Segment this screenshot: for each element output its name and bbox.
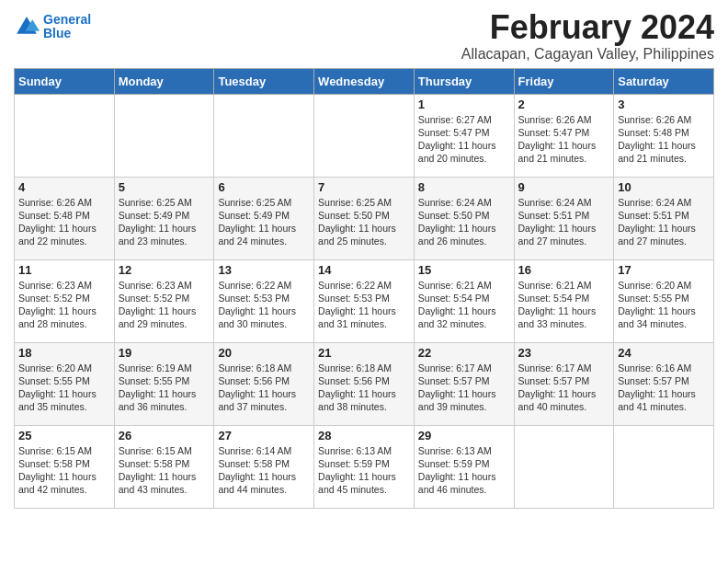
calendar-cell [214, 94, 314, 177]
day-number: 27 [218, 429, 310, 442]
page-header: General Blue February 2024 Allacapan, Ca… [14, 9, 714, 63]
day-info: Sunrise: 6:24 AMSunset: 5:51 PMDaylight:… [618, 196, 710, 248]
day-info: Sunrise: 6:18 AMSunset: 5:56 PMDaylight:… [318, 362, 410, 414]
day-number: 16 [518, 263, 610, 277]
day-info: Sunrise: 6:24 AMSunset: 5:51 PMDaylight:… [518, 196, 610, 248]
calendar-cell: 23Sunrise: 6:17 AMSunset: 5:57 PMDayligh… [514, 342, 614, 425]
day-number: 23 [518, 346, 610, 360]
calendar-cell: 21Sunrise: 6:18 AMSunset: 5:56 PMDayligh… [314, 342, 415, 425]
weekday-header-sunday: Sunday [15, 68, 115, 94]
calendar-cell: 12Sunrise: 6:23 AMSunset: 5:52 PMDayligh… [114, 259, 214, 342]
week-row-1: 1Sunrise: 6:27 AMSunset: 5:47 PMDaylight… [15, 94, 714, 177]
day-info: Sunrise: 6:17 AMSunset: 5:57 PMDaylight:… [418, 362, 510, 414]
day-info: Sunrise: 6:21 AMSunset: 5:54 PMDaylight:… [418, 279, 510, 331]
day-info: Sunrise: 6:17 AMSunset: 5:57 PMDaylight:… [518, 362, 610, 414]
calendar-cell: 11Sunrise: 6:23 AMSunset: 5:52 PMDayligh… [15, 259, 115, 342]
week-row-2: 4Sunrise: 6:26 AMSunset: 5:48 PMDaylight… [15, 177, 714, 259]
calendar-cell [114, 94, 214, 177]
day-number: 7 [318, 180, 410, 194]
calendar-cell: 16Sunrise: 6:21 AMSunset: 5:54 PMDayligh… [514, 259, 614, 342]
day-info: Sunrise: 6:27 AMSunset: 5:47 PMDaylight:… [418, 113, 510, 166]
calendar-cell: 15Sunrise: 6:21 AMSunset: 5:54 PMDayligh… [414, 259, 514, 342]
weekday-header-thursday: Thursday [414, 68, 514, 94]
calendar-cell: 9Sunrise: 6:24 AMSunset: 5:51 PMDaylight… [514, 177, 614, 259]
logo-icon [14, 14, 40, 40]
day-info: Sunrise: 6:19 AMSunset: 5:55 PMDaylight:… [119, 362, 210, 414]
day-info: Sunrise: 6:15 AMSunset: 5:58 PMDaylight:… [18, 444, 110, 497]
day-number: 22 [418, 346, 510, 360]
day-info: Sunrise: 6:14 AMSunset: 5:58 PMDaylight:… [218, 444, 310, 497]
weekday-header-monday: Monday [114, 68, 214, 94]
weekday-header-friday: Friday [514, 68, 614, 94]
day-number: 6 [218, 180, 310, 194]
week-row-4: 18Sunrise: 6:20 AMSunset: 5:55 PMDayligh… [15, 342, 714, 425]
subtitle: Allacapan, Cagayan Valley, Philippines [461, 46, 714, 63]
weekday-header-wednesday: Wednesday [314, 68, 415, 94]
calendar-cell: 5Sunrise: 6:25 AMSunset: 5:49 PMDaylight… [114, 177, 214, 259]
calendar-cell: 27Sunrise: 6:14 AMSunset: 5:58 PMDayligh… [214, 425, 314, 508]
day-number: 17 [618, 263, 710, 277]
day-number: 14 [318, 263, 410, 277]
day-info: Sunrise: 6:16 AMSunset: 5:57 PMDaylight:… [618, 362, 710, 414]
day-number: 20 [218, 346, 310, 360]
day-info: Sunrise: 6:23 AMSunset: 5:52 PMDaylight:… [119, 279, 210, 331]
day-info: Sunrise: 6:15 AMSunset: 5:58 PMDaylight:… [119, 444, 210, 497]
calendar-cell: 26Sunrise: 6:15 AMSunset: 5:58 PMDayligh… [114, 425, 214, 508]
calendar-cell: 1Sunrise: 6:27 AMSunset: 5:47 PMDaylight… [414, 94, 514, 177]
day-number: 8 [418, 180, 510, 194]
day-info: Sunrise: 6:25 AMSunset: 5:49 PMDaylight:… [119, 196, 210, 248]
calendar-cell: 17Sunrise: 6:20 AMSunset: 5:55 PMDayligh… [614, 259, 714, 342]
weekday-header-row: SundayMondayTuesdayWednesdayThursdayFrid… [15, 68, 714, 94]
calendar-cell: 25Sunrise: 6:15 AMSunset: 5:58 PMDayligh… [15, 425, 115, 508]
day-number: 11 [18, 263, 110, 277]
calendar-cell: 18Sunrise: 6:20 AMSunset: 5:55 PMDayligh… [15, 342, 115, 425]
calendar-cell: 6Sunrise: 6:25 AMSunset: 5:49 PMDaylight… [214, 177, 314, 259]
logo-text: General Blue [43, 13, 91, 41]
calendar-cell [314, 94, 415, 177]
day-number: 28 [318, 429, 410, 442]
day-info: Sunrise: 6:22 AMSunset: 5:53 PMDaylight:… [318, 279, 410, 331]
calendar-table: SundayMondayTuesdayWednesdayThursdayFrid… [14, 68, 714, 509]
calendar-cell: 24Sunrise: 6:16 AMSunset: 5:57 PMDayligh… [614, 342, 714, 425]
day-info: Sunrise: 6:26 AMSunset: 5:47 PMDaylight:… [518, 113, 610, 166]
day-number: 13 [218, 263, 310, 277]
day-number: 3 [618, 98, 710, 111]
day-info: Sunrise: 6:20 AMSunset: 5:55 PMDaylight:… [618, 279, 710, 331]
day-info: Sunrise: 6:13 AMSunset: 5:59 PMDaylight:… [318, 444, 410, 497]
day-number: 5 [119, 180, 210, 194]
day-number: 25 [18, 429, 110, 442]
day-number: 29 [418, 429, 510, 442]
calendar-cell: 19Sunrise: 6:19 AMSunset: 5:55 PMDayligh… [114, 342, 214, 425]
day-number: 9 [518, 180, 610, 194]
day-info: Sunrise: 6:13 AMSunset: 5:59 PMDaylight:… [418, 444, 510, 497]
day-number: 26 [119, 429, 210, 442]
calendar-cell: 2Sunrise: 6:26 AMSunset: 5:47 PMDaylight… [514, 94, 614, 177]
calendar-cell: 13Sunrise: 6:22 AMSunset: 5:53 PMDayligh… [214, 259, 314, 342]
calendar-cell: 10Sunrise: 6:24 AMSunset: 5:51 PMDayligh… [614, 177, 714, 259]
day-number: 24 [618, 346, 710, 360]
day-number: 21 [318, 346, 410, 360]
calendar-cell: 28Sunrise: 6:13 AMSunset: 5:59 PMDayligh… [314, 425, 415, 508]
main-title: February 2024 [461, 9, 714, 46]
day-info: Sunrise: 6:24 AMSunset: 5:50 PMDaylight:… [418, 196, 510, 248]
week-row-5: 25Sunrise: 6:15 AMSunset: 5:58 PMDayligh… [15, 425, 714, 508]
weekday-header-tuesday: Tuesday [214, 68, 314, 94]
day-number: 12 [119, 263, 210, 277]
week-row-3: 11Sunrise: 6:23 AMSunset: 5:52 PMDayligh… [15, 259, 714, 342]
day-info: Sunrise: 6:26 AMSunset: 5:48 PMDaylight:… [18, 196, 110, 248]
calendar-cell [514, 425, 614, 508]
day-number: 4 [18, 180, 110, 194]
calendar-cell: 7Sunrise: 6:25 AMSunset: 5:50 PMDaylight… [314, 177, 415, 259]
day-info: Sunrise: 6:20 AMSunset: 5:55 PMDaylight:… [18, 362, 110, 414]
day-number: 1 [418, 98, 510, 111]
calendar-cell: 20Sunrise: 6:18 AMSunset: 5:56 PMDayligh… [214, 342, 314, 425]
calendar-cell: 22Sunrise: 6:17 AMSunset: 5:57 PMDayligh… [414, 342, 514, 425]
day-number: 10 [618, 180, 710, 194]
day-info: Sunrise: 6:22 AMSunset: 5:53 PMDaylight:… [218, 279, 310, 331]
calendar-cell: 8Sunrise: 6:24 AMSunset: 5:50 PMDaylight… [414, 177, 514, 259]
calendar-cell: 3Sunrise: 6:26 AMSunset: 5:48 PMDaylight… [614, 94, 714, 177]
title-area: February 2024 Allacapan, Cagayan Valley,… [461, 9, 714, 63]
day-info: Sunrise: 6:25 AMSunset: 5:50 PMDaylight:… [318, 196, 410, 248]
day-number: 15 [418, 263, 510, 277]
day-number: 19 [119, 346, 210, 360]
